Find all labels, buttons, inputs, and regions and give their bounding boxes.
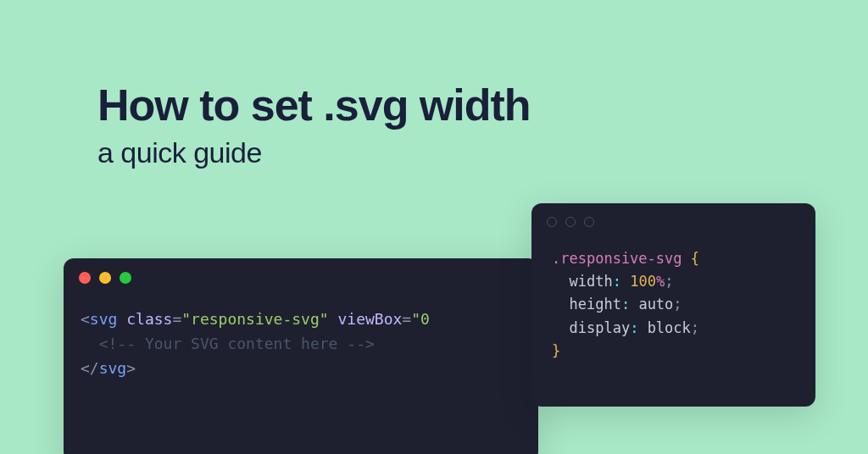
code-token: viewBox — [337, 310, 402, 328]
code-token: svg — [99, 359, 127, 377]
circle-icon — [584, 217, 594, 227]
circle-icon — [565, 217, 576, 227]
code-token: </ — [81, 359, 99, 377]
code-token: < — [81, 310, 90, 328]
code-panel-html: <svg class="responsive-svg" viewBox="0 <… — [64, 258, 538, 454]
code-token: svg — [90, 310, 118, 328]
code-token: ; — [673, 296, 682, 313]
code-token: > — [126, 359, 136, 377]
page-subtitle: a quick guide — [97, 136, 531, 169]
code-token — [117, 310, 126, 328]
code-token: : — [630, 319, 647, 336]
page-title: How to set .svg width — [97, 81, 531, 130]
code-token: "0 — [411, 310, 430, 328]
code-token: ; — [665, 273, 673, 290]
close-icon — [79, 272, 91, 284]
code-token: { — [682, 250, 699, 267]
code-token: --> — [347, 335, 375, 352]
code-token: : — [613, 273, 630, 290]
minimize-icon — [99, 272, 111, 284]
code-token: auto — [638, 296, 673, 313]
code-token: display — [569, 319, 630, 336]
code-token: height — [569, 296, 620, 313]
code-token: = — [402, 310, 411, 328]
code-token: width — [569, 273, 612, 290]
code-token: <!-- — [99, 335, 136, 352]
code-token: class — [126, 310, 172, 328]
code-token: 100 — [630, 273, 656, 290]
code-token: block — [648, 319, 691, 336]
code-content-html: <svg class="responsive-svg" viewBox="0 <… — [64, 292, 538, 396]
code-token: "responsive-svg" — [181, 310, 328, 328]
code-token: .responsive-svg — [552, 250, 682, 267]
code-token: % — [656, 273, 665, 290]
window-controls-mac — [64, 258, 538, 292]
code-token: Your SVG content here — [136, 335, 347, 352]
code-token: = — [172, 310, 181, 328]
code-content-css: .responsive-svg { width: 100%; height: a… — [531, 235, 815, 374]
code-token: : — [621, 296, 638, 313]
code-panel-css: .responsive-svg { width: 100%; height: a… — [531, 203, 815, 407]
maximize-icon — [120, 272, 131, 284]
window-controls-plain — [531, 203, 815, 235]
heading-block: How to set .svg width a quick guide — [97, 81, 531, 169]
code-token: ; — [691, 319, 699, 336]
code-token: } — [552, 342, 560, 359]
circle-icon — [547, 217, 557, 227]
code-token — [329, 310, 338, 328]
